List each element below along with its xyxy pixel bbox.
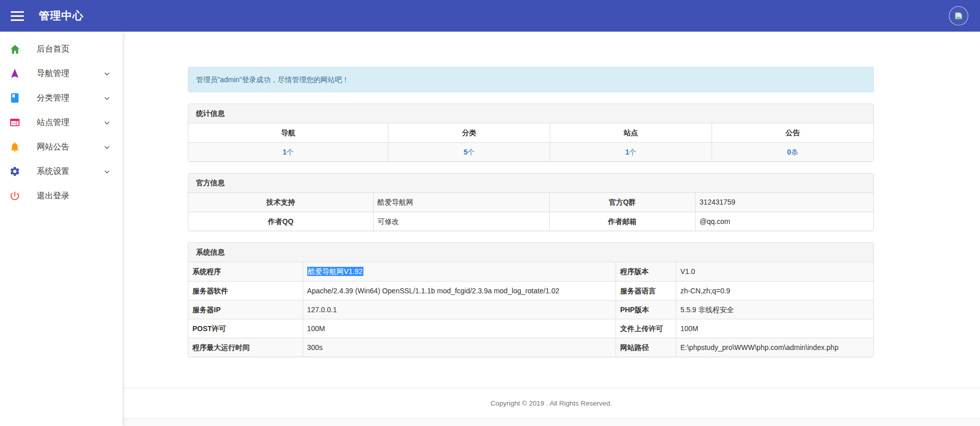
sys-value: 5.5.9 非线程安全: [676, 300, 873, 319]
home-icon: [9, 43, 21, 55]
sidebar-item-label: 分类管理: [37, 93, 69, 104]
bell-icon: [9, 141, 21, 153]
panel-title: 系统信息: [188, 243, 873, 262]
system-info-table: 系统程序 酷爱导航网V1.92 程序版本 V1.0 服务器软件 Apache/2…: [188, 262, 873, 357]
info-label: 官方Q群: [549, 193, 695, 212]
sys-value: 100M: [303, 319, 616, 338]
stat-link-category[interactable]: 5个: [463, 148, 475, 156]
sys-label: 网站路径: [616, 338, 676, 357]
stat-col-header: 站点: [550, 123, 712, 142]
sidebar-item-category[interactable]: 分类管理: [0, 86, 122, 110]
sys-label: PHP版本: [616, 300, 676, 319]
stats-value-row: 1个 5个 1个 0条: [188, 142, 873, 161]
panel-title: 统计信息: [188, 104, 873, 123]
sidebar-item-dashboard[interactable]: 后台首页: [0, 37, 122, 61]
sys-label: 程序最大运行时间: [188, 338, 303, 357]
table-row: 系统程序 酷爱导航网V1.92 程序版本 V1.0: [188, 262, 873, 281]
main-content: 管理员"admin"登录成功，尽情管理您的网站吧！ 统计信息 导航 分类 站点 …: [122, 32, 980, 426]
sys-label: 服务器软件: [188, 281, 303, 300]
stat-col-header: 导航: [188, 123, 388, 142]
gear-icon: [9, 165, 21, 178]
official-info-table: 技术支持 酷爱导航网 官方Q群 312431759 作者QQ 可修改 作者邮箱 …: [188, 193, 873, 231]
sys-label: 文件上传许可: [616, 319, 676, 338]
sys-value: zh-CN,zh;q=0.9: [676, 281, 873, 300]
info-value: 312431759: [695, 193, 873, 212]
sidebar-item-label: 退出登录: [37, 191, 69, 202]
power-icon: [9, 190, 21, 202]
sidebar-item-label: 导航管理: [37, 68, 69, 79]
sys-label: 系统程序: [188, 262, 303, 281]
info-label: 作者邮箱: [549, 212, 695, 231]
stats-header-row: 导航 分类 站点 公告: [188, 123, 873, 142]
table-row: 技术支持 酷爱导航网 官方Q群 312431759: [188, 193, 873, 212]
panel-title: 官方信息: [188, 173, 873, 193]
navigation-icon: [9, 67, 21, 80]
layout-icon: [9, 116, 21, 129]
sys-value: Apache/2.4.39 (Win64) OpenSSL/1.1.1b mod…: [303, 281, 616, 300]
sidebar-item-logout[interactable]: 退出登录: [0, 184, 122, 208]
stat-link-nav[interactable]: 1个: [283, 148, 294, 156]
chevron-down-icon: [103, 119, 111, 127]
chevron-down-icon: [103, 143, 111, 151]
sys-label: 程序版本: [616, 262, 676, 281]
system-info-panel: 系统信息 系统程序 酷爱导航网V1.92 程序版本 V1.0 服务器软件 Apa…: [188, 242, 874, 357]
sidebar-item-navigation[interactable]: 导航管理: [0, 61, 122, 86]
sys-value: 100M: [676, 319, 873, 338]
sys-value: E:\phpstudy_pro\WWW\php.com\admin\index.…: [676, 338, 873, 357]
sidebar-item-announcement[interactable]: 网站公告: [0, 135, 122, 159]
table-row: 服务器IP 127.0.0.1 PHP版本 5.5.9 非线程安全: [188, 300, 873, 319]
stats-panel: 统计信息 导航 分类 站点 公告 1个 5个 1个: [188, 104, 874, 162]
info-value: 可修改: [373, 212, 549, 231]
menu-toggle-button[interactable]: [7, 6, 28, 26]
selected-text: 酷爱导航网V1.92: [307, 267, 364, 276]
login-success-alert: 管理员"admin"登录成功，尽情管理您的网站吧！: [188, 67, 874, 92]
stat-col-header: 公告: [712, 123, 873, 142]
app-root: 管理中心 后台首页 导航管理: [0, 0, 980, 426]
stat-link-site[interactable]: 1个: [625, 148, 636, 156]
sys-label: 服务器IP: [188, 300, 303, 319]
sidebar-item-label: 网站公告: [37, 142, 69, 153]
info-value: 酷爱导航网: [373, 193, 549, 212]
table-row: 程序最大运行时间 300s 网站路径 E:\phpstudy_pro\WWW\p…: [188, 338, 873, 357]
content-container: 管理员"admin"登录成功，尽情管理您的网站吧！ 统计信息 导航 分类 站点 …: [188, 32, 874, 357]
table-row: POST许可 100M 文件上传许可 100M: [188, 319, 873, 338]
sys-value: V1.0: [676, 262, 873, 281]
sys-value: 酷爱导航网V1.92: [303, 262, 616, 281]
stat-col-header: 分类: [388, 123, 550, 142]
stats-table: 导航 分类 站点 公告 1个 5个 1个 0条: [188, 123, 873, 161]
user-avatar[interactable]: [949, 6, 968, 26]
info-label: 技术支持: [188, 193, 373, 212]
info-value: @qq.com: [695, 212, 873, 231]
sidebar-item-label: 系统设置: [37, 166, 69, 177]
sidebar: 后台首页 导航管理 分类管理 站点管理: [0, 32, 122, 426]
broken-image-icon: [954, 11, 963, 20]
sidebar-item-label: 后台首页: [37, 44, 69, 55]
official-info-panel: 官方信息 技术支持 酷爱导航网 官方Q群 312431759 作者QQ 可修改: [188, 173, 874, 231]
sys-value: 127.0.0.1: [303, 300, 616, 319]
table-row: 作者QQ 可修改 作者邮箱 @qq.com: [188, 212, 873, 231]
footer: Copyright © 2019 . All Rights Reserved.: [122, 388, 980, 419]
sys-label: 服务器语言: [616, 281, 676, 300]
chevron-down-icon: [103, 94, 111, 102]
sidebar-item-label: 站点管理: [37, 117, 69, 128]
table-row: 服务器软件 Apache/2.4.39 (Win64) OpenSSL/1.1.…: [188, 281, 873, 300]
chevron-down-icon: [103, 168, 111, 176]
app-title: 管理中心: [39, 9, 84, 23]
info-label: 作者QQ: [188, 212, 373, 231]
book-icon: [9, 92, 21, 104]
stat-link-announcement[interactable]: 0条: [787, 148, 798, 156]
sys-label: POST许可: [188, 319, 303, 338]
top-header: 管理中心: [0, 0, 980, 32]
sidebar-item-settings[interactable]: 系统设置: [0, 159, 122, 184]
chevron-down-icon: [103, 70, 111, 78]
sys-value: 300s: [303, 338, 616, 357]
sidebar-item-site[interactable]: 站点管理: [0, 110, 122, 135]
